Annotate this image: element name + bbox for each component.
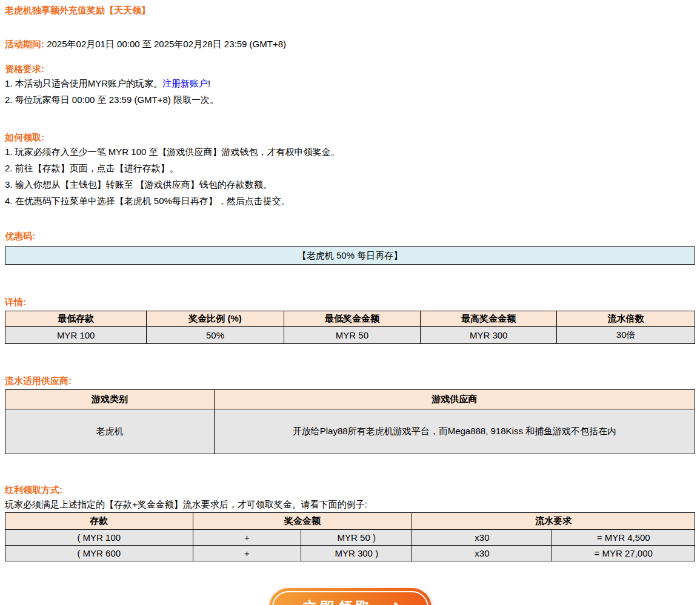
claim-cell: MYR 50 ): [301, 530, 412, 546]
details-header-cell: 流水倍数: [557, 311, 695, 327]
how-to-claim-step: 4. 在优惠码下拉菜单中选择【老虎机 50%每日再存】，然后点击提交。: [5, 194, 695, 208]
page-title: 老虎机独享额外充值奖励【天天领】: [5, 5, 695, 16]
section-details: 详情: 最低存款 奖金比例 (%) 最低奖金金额 最高奖金金额 流水倍数 MYR…: [5, 297, 695, 344]
claim-example-row: ( MYR 600 + MYR 300 ) x30 = MYR 27,000: [5, 546, 695, 561]
providers-header-cell: 游戏供应商: [214, 390, 695, 409]
section-eligibility: 资格要求: 1. 本活动只适合使用MYR账户的玩家。注册新账户! 2. 每位玩家…: [5, 64, 695, 107]
claim-cell: ( MYR 600: [5, 546, 193, 561]
claim-cell: MYR 300 ): [301, 546, 412, 561]
details-data-row: MYR 100 50% MYR 50 MYR 300 30倍: [5, 327, 695, 344]
details-header-cell: 最低奖金金额: [284, 311, 420, 327]
details-cell: MYR 300: [421, 327, 557, 344]
claim-header-cell: 流水要求: [412, 513, 695, 530]
claim-method-description: 玩家必须满足上述指定的【存款+奖金金额】流水要求后，才可领取奖金。请看下面的例子…: [5, 498, 695, 511]
providers-data-row: 老虎机 开放给Play88所有老虎机游戏平台，而Mega888, 918Kiss…: [5, 409, 695, 454]
claim-now-button[interactable]: 立即领取: [269, 588, 432, 605]
how-to-claim-heading: 如何领取:: [5, 132, 695, 143]
claim-cell: x30: [412, 530, 552, 546]
providers-header-cell: 游戏类别: [5, 390, 215, 409]
details-header-row: 最低存款 奖金比例 (%) 最低奖金金额 最高奖金金额 流水倍数: [5, 311, 695, 327]
claim-cell: = MYR 4,500: [552, 530, 695, 546]
providers-heading: 流水适用供应商:: [5, 375, 695, 386]
providers-header-row: 游戏类别 游戏供应商: [5, 390, 695, 409]
details-table: 最低存款 奖金比例 (%) 最低奖金金额 最高奖金金额 流水倍数 MYR 100…: [5, 311, 695, 344]
chevron-right-icon: [390, 602, 401, 605]
eligibility-item-2: 2. 每位玩家每日 00:00 至 23:59 (GMT+8) 限取一次。: [5, 93, 695, 107]
claim-cell: +: [193, 546, 301, 561]
claim-cell: x30: [412, 546, 552, 561]
register-account-link[interactable]: 注册新账户: [162, 78, 208, 88]
how-to-claim-step: 3. 输入你想从【主钱包】转账至 【游戏供应商】钱包的存款数额。: [5, 178, 695, 191]
eligibility-item-1-suffix: !: [208, 78, 210, 88]
cta-container: 立即领取: [5, 588, 695, 605]
eligibility-heading: 资格要求:: [5, 64, 695, 74]
details-cell: 30倍: [557, 327, 695, 344]
eligibility-item-1-text: 1. 本活动只适合使用MYR账户的玩家。: [5, 78, 162, 88]
promo-code-heading: 优惠码:: [5, 231, 695, 242]
claim-cell: +: [193, 530, 301, 546]
providers-cell: 开放给Play88所有老虎机游戏平台，而Mega888, 918Kiss 和捕鱼…: [214, 409, 695, 454]
details-heading: 详情:: [5, 297, 695, 308]
section-providers: 流水适用供应商: 游戏类别 游戏供应商 老虎机 开放给Play88所有老虎机游戏…: [5, 375, 695, 454]
section-promo-code: 优惠码: 【老虎机 50% 每日再存】: [5, 231, 695, 265]
claim-example-row: ( MYR 100 + MYR 50 ) x30 = MYR 4,500: [5, 530, 695, 546]
how-to-claim-step: 2. 前往【存款】页面，点击【进行存款】。: [5, 162, 695, 175]
how-to-claim-step: 1. 玩家必须存入至少一笔 MYR 100 至【游戏供应商】游戏钱包，才有权申领…: [5, 145, 695, 159]
claim-now-button-inner: 立即领取: [272, 591, 428, 605]
claim-header-row: 存款 奖金金额 流水要求: [5, 513, 695, 530]
period-label: 活动期间:: [5, 39, 44, 49]
promo-code-box: 【老虎机 50% 每日再存】: [5, 246, 695, 265]
details-cell: 50%: [147, 327, 284, 344]
claim-cell: = MYR 27,000: [552, 546, 695, 561]
providers-table: 游戏类别 游戏供应商 老虎机 开放给Play88所有老虎机游戏平台，而Mega8…: [5, 389, 695, 454]
details-header-cell: 奖金比例 (%): [147, 311, 284, 327]
promo-period: 活动期间: 2025年02月01日 00:00 至 2025年02月28日 23…: [5, 39, 695, 50]
section-claim-method: 红利领取方式: 玩家必须满足上述指定的【存款+奖金金额】流水要求后，才可领取奖金…: [5, 484, 695, 561]
section-how-to-claim: 如何领取: 1. 玩家必须存入至少一笔 MYR 100 至【游戏供应商】游戏钱包…: [5, 132, 695, 208]
providers-cell: 老虎机: [5, 409, 215, 454]
period-value: 2025年02月01日 00:00 至 2025年02月28日 23:59 (G…: [44, 39, 286, 49]
details-header-cell: 最高奖金金额: [421, 311, 557, 327]
claim-now-label: 立即领取: [298, 598, 371, 605]
claim-method-heading: 红利领取方式:: [5, 484, 695, 495]
eligibility-item-1: 1. 本活动只适合使用MYR账户的玩家。注册新账户!: [5, 77, 695, 90]
claim-cell: ( MYR 100: [5, 530, 193, 546]
details-cell: MYR 50: [284, 327, 420, 344]
claim-example-table: 存款 奖金金额 流水要求 ( MYR 100 + MYR 50 ) x30 = …: [5, 512, 695, 561]
details-cell: MYR 100: [5, 327, 147, 344]
details-header-cell: 最低存款: [5, 311, 147, 327]
claim-header-cell: 存款: [5, 513, 193, 530]
claim-header-cell: 奖金金额: [193, 513, 412, 530]
